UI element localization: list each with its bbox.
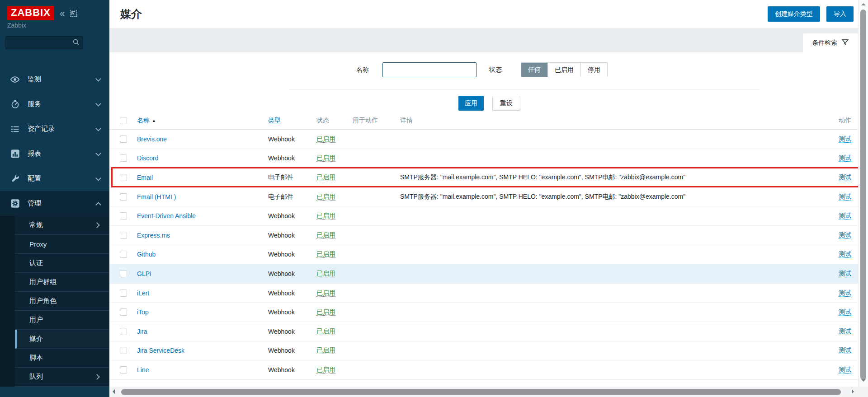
wrench-icon: [10, 174, 20, 184]
test-link[interactable]: 测试: [839, 173, 851, 181]
status-enabled-link[interactable]: 已启用: [316, 289, 335, 297]
filter-name-input[interactable]: [382, 62, 476, 77]
test-link[interactable]: 测试: [839, 327, 851, 335]
expand-sidebar-icon[interactable]: [70, 10, 77, 17]
row-checkbox[interactable]: [120, 328, 127, 335]
search-input[interactable]: [6, 39, 72, 46]
zabbix-logo[interactable]: ZABBIX: [7, 6, 54, 20]
row-checkbox[interactable]: [120, 366, 127, 374]
media-type-link[interactable]: Jira: [137, 328, 147, 335]
sidebar-subitem-scripts[interactable]: 脚本: [15, 349, 109, 368]
media-type-link[interactable]: Express.ms: [137, 232, 170, 239]
status-option-1[interactable]: 已启用: [547, 63, 580, 77]
create-media-type-button[interactable]: 创建媒介类型: [768, 6, 820, 22]
status-option-2[interactable]: 停用: [580, 63, 607, 77]
sidebar-subitem-user-roles[interactable]: 用户角色: [15, 292, 109, 311]
sidebar-item-inventory[interactable]: 资产记录: [0, 117, 109, 141]
sidebar-item-configuration[interactable]: 配置: [0, 166, 109, 191]
sidebar-menu: 监测服务资产记录报表配置管理常规Proxy认证用户群组用户角色用户媒介脚本队列: [0, 67, 109, 387]
status-enabled-link[interactable]: 已启用: [316, 135, 335, 143]
reset-button[interactable]: 重设: [492, 96, 520, 111]
sidebar-subitem-media-types[interactable]: 媒介: [15, 330, 109, 349]
sidebar-subitem-general[interactable]: 常规: [15, 216, 109, 235]
collapse-sidebar-icon[interactable]: «: [60, 9, 65, 18]
media-type-link[interactable]: Email (HTML): [137, 193, 176, 201]
test-link[interactable]: 测试: [839, 270, 851, 277]
sidebar-subitem-queue[interactable]: 队列: [15, 368, 109, 387]
column-header-type[interactable]: 类型: [268, 117, 281, 125]
media-type-link[interactable]: iTop: [137, 308, 149, 316]
test-link[interactable]: 测试: [839, 366, 851, 374]
media-type-link[interactable]: Brevis.one: [137, 135, 167, 143]
sidebar-search[interactable]: [5, 36, 83, 49]
row-checkbox[interactable]: [120, 193, 127, 201]
sidebar-item-services[interactable]: 服务: [0, 92, 109, 117]
row-checkbox[interactable]: [120, 154, 127, 162]
test-link[interactable]: 测试: [839, 308, 851, 316]
search-icon[interactable]: [72, 38, 80, 47]
media-type-link[interactable]: Github: [137, 251, 156, 258]
sidebar-item-administration[interactable]: 管理: [0, 191, 109, 216]
sidebar-subitem-authentication[interactable]: 认证: [15, 254, 109, 273]
status-enabled-link[interactable]: 已启用: [316, 366, 335, 374]
test-link[interactable]: 测试: [839, 135, 851, 143]
test-link[interactable]: 测试: [839, 289, 851, 297]
test-link[interactable]: 测试: [839, 154, 851, 162]
media-type-link[interactable]: GLPi: [137, 270, 151, 277]
select-all-checkbox[interactable]: [120, 117, 127, 124]
test-link[interactable]: 测试: [839, 250, 851, 258]
sidebar-subitem-user-groups[interactable]: 用户群组: [15, 273, 109, 292]
row-checkbox[interactable]: [120, 232, 127, 239]
media-type-link[interactable]: Discord: [137, 154, 158, 162]
status-enabled-link[interactable]: 已启用: [316, 270, 335, 277]
test-link[interactable]: 测试: [839, 231, 851, 239]
media-type-link[interactable]: iLert: [137, 290, 149, 297]
sidebar-subitem-users[interactable]: 用户: [15, 311, 109, 330]
row-checkbox[interactable]: [120, 135, 127, 143]
filter-tab[interactable]: 条件检索: [803, 33, 858, 52]
test-link[interactable]: 测试: [839, 193, 851, 201]
row-checkbox[interactable]: [120, 251, 127, 258]
table-row: DiscordWebhook已启用测试: [109, 149, 858, 168]
test-link[interactable]: 测试: [839, 346, 851, 354]
sidebar-item-reports[interactable]: 报表: [0, 141, 109, 166]
media-type-link[interactable]: Line: [137, 366, 149, 374]
vertical-scrollbar[interactable]: [858, 0, 868, 387]
status-enabled-link[interactable]: 已启用: [316, 231, 335, 239]
scroll-up-icon[interactable]: [861, 3, 866, 5]
horizontal-scroll-thumb[interactable]: [121, 389, 841, 395]
import-button[interactable]: 导入: [826, 6, 854, 22]
sidebar-item-monitoring[interactable]: 监测: [0, 67, 109, 92]
status-enabled-link[interactable]: 已启用: [316, 250, 335, 258]
media-type-link[interactable]: Jira ServiceDesk: [137, 347, 184, 354]
row-checkbox[interactable]: [120, 347, 127, 354]
status-option-0[interactable]: 任何: [521, 63, 547, 77]
apply-button[interactable]: 应用: [458, 96, 484, 111]
horizontal-scrollbar[interactable]: [109, 387, 858, 397]
status-enabled-link[interactable]: 已启用: [316, 173, 335, 181]
scroll-right-icon[interactable]: [852, 389, 854, 394]
status-enabled-link[interactable]: 已启用: [316, 327, 335, 335]
scroll-down-icon[interactable]: [861, 379, 866, 382]
table-row: Jira ServiceDeskWebhook已启用测试: [109, 341, 858, 361]
status-enabled-link[interactable]: 已启用: [316, 193, 335, 201]
sidebar-subitem-proxy[interactable]: Proxy: [15, 235, 109, 254]
vertical-scroll-thumb[interactable]: [860, 9, 866, 380]
row-checkbox[interactable]: [120, 290, 127, 297]
table-header-row: 名称▲ 类型 状态 用于动作 详情 动作: [109, 112, 858, 130]
status-enabled-link[interactable]: 已启用: [316, 154, 335, 162]
column-header-name[interactable]: 名称: [137, 117, 150, 124]
row-checkbox[interactable]: [120, 174, 127, 181]
sidebar-item-label: 报表: [28, 149, 41, 158]
status-enabled-link[interactable]: 已启用: [316, 308, 335, 316]
test-link[interactable]: 测试: [839, 212, 851, 220]
media-type-link[interactable]: Email: [137, 174, 153, 181]
media-type-link[interactable]: Event-Driven Ansible: [137, 212, 196, 220]
status-enabled-link[interactable]: 已启用: [316, 212, 335, 220]
row-checkbox[interactable]: [120, 212, 127, 220]
row-checkbox[interactable]: [120, 270, 127, 277]
column-header-action: 动作: [839, 117, 851, 125]
scroll-left-icon[interactable]: [113, 389, 115, 394]
row-checkbox[interactable]: [120, 308, 127, 316]
status-enabled-link[interactable]: 已启用: [316, 346, 335, 354]
